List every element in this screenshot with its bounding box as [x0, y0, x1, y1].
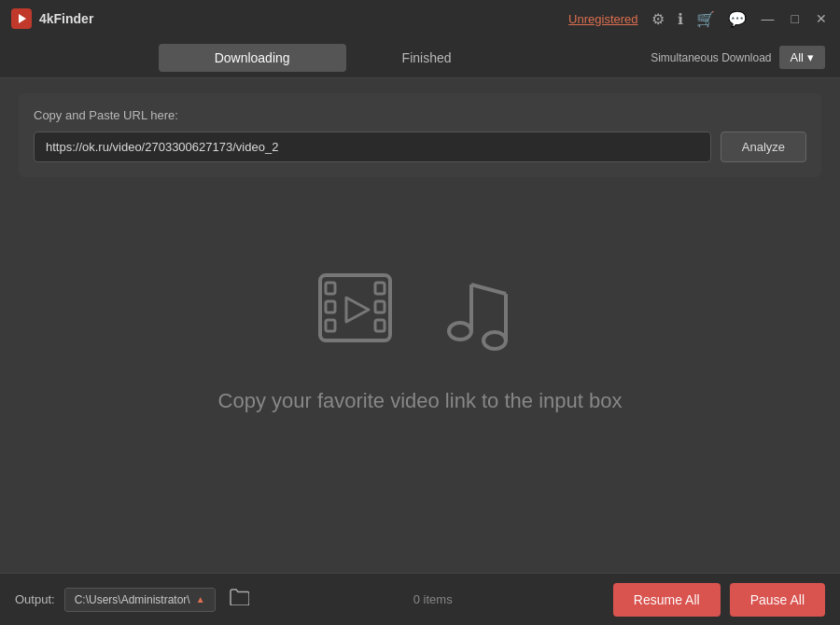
title-bar: 4kFinder Unregistered ⚙ ℹ 🛒 💬 — □ ✕: [0, 0, 840, 37]
svg-rect-7: [375, 301, 385, 312]
output-path-arrow-icon[interactable]: ▲: [196, 594, 205, 604]
music-icon: [434, 258, 527, 361]
maximize-button[interactable]: □: [790, 11, 801, 26]
resume-all-button[interactable]: Resume All: [613, 583, 721, 617]
svg-rect-5: [326, 320, 335, 331]
svg-point-10: [449, 323, 471, 340]
bottom-bar: Output: C:\Users\Administrator\ ▲ 0 item…: [0, 573, 840, 625]
unregistered-link[interactable]: Unregistered: [568, 12, 637, 26]
chevron-down-icon: ▾: [807, 50, 814, 64]
url-label: Copy and Paste URL here:: [34, 108, 806, 122]
cart-icon[interactable]: 🛒: [696, 10, 715, 28]
info-icon[interactable]: ℹ: [678, 10, 683, 28]
title-bar-controls: Unregistered ⚙ ℹ 🛒 💬 — □ ✕: [568, 10, 829, 28]
close-button[interactable]: ✕: [814, 11, 829, 26]
simultaneous-dropdown[interactable]: All ▾: [779, 46, 825, 69]
empty-illustration: [313, 258, 527, 361]
output-path-text: C:\Users\Administrator\: [75, 593, 190, 606]
simultaneous-download: Simultaneous Download All ▾: [651, 46, 825, 69]
output-label: Output:: [15, 592, 55, 606]
chat-icon[interactable]: 💬: [728, 10, 747, 28]
svg-point-12: [483, 332, 506, 349]
output-path: C:\Users\Administrator\ ▲: [64, 588, 216, 612]
pause-all-button[interactable]: Pause All: [730, 583, 825, 617]
tab-downloading[interactable]: Downloading: [159, 44, 346, 72]
svg-rect-3: [326, 283, 335, 294]
empty-state-message: Copy your favorite video link to the inp…: [218, 389, 623, 413]
app-title: 4kFinder: [39, 11, 568, 26]
svg-line-14: [471, 285, 506, 294]
settings-icon[interactable]: ⚙: [651, 10, 665, 28]
svg-marker-9: [346, 298, 369, 322]
svg-rect-8: [375, 320, 385, 331]
svg-rect-6: [375, 283, 385, 294]
open-folder-button[interactable]: [225, 585, 253, 614]
tab-bar: Downloading Finished Simultaneous Downlo…: [0, 37, 840, 78]
main-content: Copy your favorite video link to the inp…: [0, 187, 840, 485]
url-input-row: Analyze: [34, 132, 806, 162]
minimize-button[interactable]: —: [760, 11, 777, 26]
tab-finished[interactable]: Finished: [346, 44, 508, 72]
tabs-container: Downloading Finished: [15, 44, 651, 72]
svg-rect-4: [326, 301, 335, 312]
film-icon: [313, 258, 415, 361]
items-count: 0 items: [262, 592, 604, 606]
simultaneous-label: Simultaneous Download: [651, 51, 771, 64]
folder-icon: [229, 589, 249, 605]
analyze-button[interactable]: Analyze: [721, 132, 806, 162]
app-logo-icon: [11, 8, 32, 29]
url-input[interactable]: [34, 132, 711, 162]
url-section: Copy and Paste URL here: Analyze: [19, 93, 821, 177]
